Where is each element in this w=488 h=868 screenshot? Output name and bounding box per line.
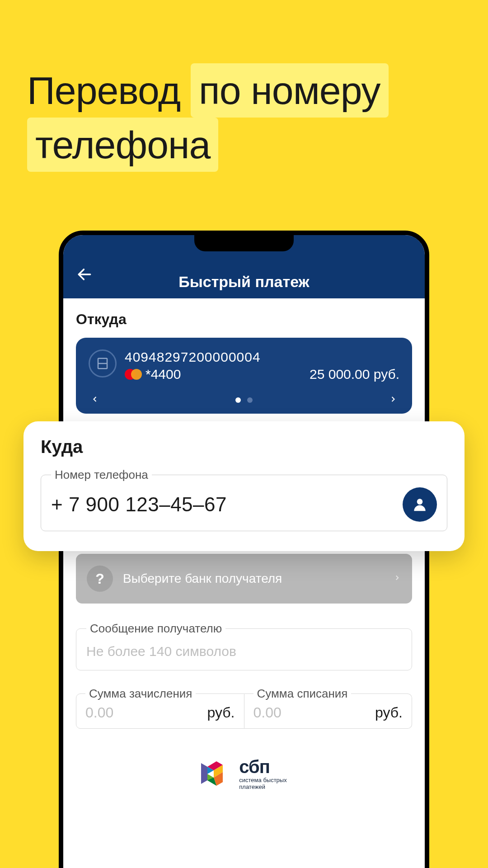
from-section: Откуда 40948297200000004 *4400 25 000.00… bbox=[63, 298, 425, 414]
contacts-button[interactable] bbox=[403, 487, 437, 522]
sbp-desc-1: система быстрых bbox=[239, 777, 286, 783]
back-arrow-icon[interactable] bbox=[76, 266, 93, 285]
chevron-right-icon bbox=[393, 574, 401, 584]
amount-credit-legend: Сумма зачисления bbox=[85, 687, 196, 701]
card-prev-icon[interactable] bbox=[90, 395, 99, 406]
amount-credit-field[interactable]: Сумма зачисления 0.00 руб. bbox=[76, 687, 244, 729]
question-icon: ? bbox=[87, 566, 113, 592]
amount-credit-unit: руб. bbox=[207, 704, 235, 721]
hero-lead: Перевод bbox=[27, 69, 180, 112]
card-next-icon[interactable] bbox=[389, 395, 398, 406]
destination-card: Куда Номер телефона bbox=[23, 421, 465, 551]
select-recipient-bank[interactable]: ? Выберите банк получателя bbox=[76, 554, 412, 604]
hero-highlight-2: телефона bbox=[27, 118, 218, 172]
hero-title: Перевод по номеру телефона bbox=[0, 0, 488, 172]
sbp-name: сбп bbox=[239, 757, 286, 777]
sbp-desc-2: платежей bbox=[239, 784, 286, 790]
svg-marker-3 bbox=[201, 763, 207, 784]
amount-debit-placeholder: 0.00 bbox=[253, 704, 282, 721]
amount-debit-field[interactable]: Сумма списания 0.00 руб. bbox=[244, 687, 413, 729]
dot bbox=[247, 397, 253, 403]
card-pagination bbox=[235, 397, 253, 403]
to-label: Куда bbox=[41, 437, 447, 457]
message-legend: Сообщение получателю bbox=[86, 622, 225, 636]
sbp-logo: сбп система быстрых платежей bbox=[63, 756, 425, 791]
message-field[interactable]: Сообщение получателю Не более 140 символ… bbox=[76, 622, 412, 670]
source-card[interactable]: 40948297200000004 *4400 25 000.00 руб. bbox=[76, 338, 412, 414]
phone-field[interactable]: Номер телефона bbox=[41, 468, 447, 531]
mastercard-icon bbox=[125, 369, 142, 380]
hero-highlight-1: по номеру bbox=[191, 63, 388, 118]
amount-debit-legend: Сумма списания bbox=[253, 687, 352, 701]
card-balance: 25 000.00 руб. bbox=[310, 367, 399, 382]
bank-select-label: Выберите банк получателя bbox=[123, 571, 383, 586]
person-icon bbox=[411, 496, 428, 513]
amount-debit-unit: руб. bbox=[375, 704, 403, 721]
page-title: Быстрый платеж bbox=[76, 261, 412, 291]
from-label: Откуда bbox=[76, 311, 412, 328]
card-number: 40948297200000004 bbox=[125, 349, 399, 365]
phone-legend: Номер телефона bbox=[51, 468, 152, 482]
message-placeholder: Не более 140 символов bbox=[86, 641, 402, 661]
svg-point-10 bbox=[417, 499, 423, 505]
phone-input[interactable] bbox=[51, 493, 394, 516]
phone-notch bbox=[194, 235, 294, 251]
sbp-icon bbox=[201, 756, 232, 791]
card-mask: *4400 bbox=[145, 367, 181, 382]
amounts-row: Сумма зачисления 0.00 руб. Сумма списани… bbox=[76, 687, 412, 729]
amount-credit-placeholder: 0.00 bbox=[85, 704, 113, 721]
bank-icon bbox=[89, 349, 117, 377]
dot-active bbox=[235, 397, 241, 403]
